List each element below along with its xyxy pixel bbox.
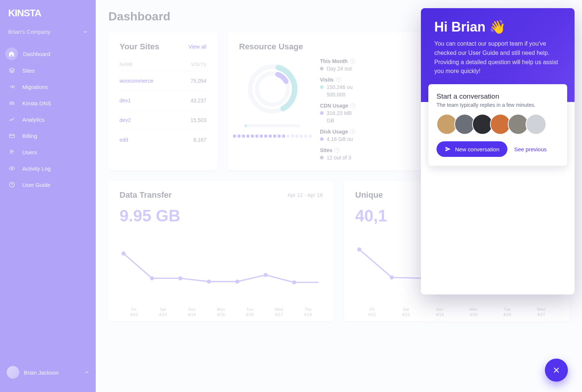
eye-icon — [8, 165, 16, 172]
table-row[interactable]: edd8,167 — [120, 130, 206, 149]
svg-point-10 — [179, 276, 183, 280]
new-conversation-button[interactable]: New conversation — [436, 141, 507, 157]
svg-point-16 — [390, 276, 394, 280]
site-visits: 75,054 — [190, 78, 206, 84]
svg-point-11 — [207, 280, 211, 284]
home-icon — [8, 50, 15, 57]
migration-icon — [8, 83, 16, 90]
analytics-icon — [8, 116, 16, 123]
support-chat-panel: Hi Brian 👋 You can contact our support t… — [421, 8, 575, 294]
axis-label: Sat4/13 — [402, 307, 410, 317]
axis-label: Mon4/15 — [217, 307, 225, 317]
nav-item-sites[interactable]: Sites — [0, 62, 96, 79]
date-range: Apr 12 - Apr 18 — [288, 192, 323, 198]
sites-card: Your Sites View all NAME VISITS woocomme… — [108, 32, 218, 170]
data-transfer-value: 9.95 GB — [120, 207, 323, 225]
site-name: dev1 — [120, 98, 131, 103]
resource-bar — [245, 124, 300, 127]
sites-card-title: Your Sites — [120, 42, 159, 52]
axis-label: Tue4/16 — [503, 307, 511, 317]
unique-visits-title: Unique — [355, 190, 383, 200]
axis-label: Wed4/17 — [537, 307, 545, 317]
chat-reply-time: The team typically replies in a few minu… — [436, 102, 559, 108]
nav-label: User Guide — [22, 182, 50, 188]
nav-label: Analytics — [22, 116, 45, 123]
nav-item-user-guide[interactable]: User Guide — [0, 177, 96, 193]
axis-label: Mon4/15 — [470, 307, 477, 317]
axis-label: Sat4/13 — [159, 307, 167, 317]
chat-close-button[interactable] — [545, 359, 568, 382]
site-visits: 8,167 — [193, 137, 206, 143]
nav: DashboardSitesMigrationsKinsta DNSAnalyt… — [0, 42, 96, 360]
axis-label: Sun4/14 — [188, 307, 196, 317]
col-visits: VISITS — [191, 62, 206, 67]
send-icon — [445, 146, 451, 152]
nav-item-migrations[interactable]: Migrations — [0, 79, 96, 95]
resource-donut-chart — [245, 61, 300, 117]
view-all-link[interactable]: View all — [189, 44, 206, 50]
nav-item-billing[interactable]: Billing — [0, 128, 96, 144]
new-conversation-label: New conversation — [455, 146, 499, 152]
nav-label: Migrations — [22, 84, 48, 90]
site-visits: 43,237 — [190, 98, 206, 103]
nav-label: Billing — [22, 133, 37, 139]
axis-label: Wed4/17 — [275, 307, 283, 317]
support-avatar — [526, 114, 546, 135]
help-tooltip-icon[interactable]: ? — [350, 103, 356, 108]
sidebar-user[interactable]: Brian Jackson — [0, 360, 96, 385]
close-icon — [552, 366, 560, 374]
svg-point-2 — [11, 168, 13, 169]
nav-item-users[interactable]: Users — [0, 144, 96, 160]
axis-label: Thu4/18 — [304, 307, 312, 317]
site-visits: 15,503 — [190, 117, 206, 123]
nav-label: Sites — [22, 67, 35, 74]
axis-label: Tue4/16 — [246, 307, 254, 317]
data-transfer-title: Data Transfer — [120, 190, 172, 200]
chevron-up-icon — [85, 370, 89, 375]
help-tooltip-icon[interactable]: ? — [334, 148, 340, 153]
axis-label: Sun4/14 — [436, 307, 444, 317]
nav-label: Kinsta DNS — [22, 100, 51, 106]
billing-icon — [8, 132, 16, 139]
col-name: NAME — [120, 62, 133, 67]
chat-start-card: Start a conversation The team typically … — [428, 84, 567, 166]
svg-point-13 — [264, 273, 268, 277]
layers-icon — [8, 67, 16, 74]
support-avatars — [436, 114, 559, 135]
chat-greeting: Hi Brian 👋 — [434, 19, 561, 35]
nav-item-analytics[interactable]: Analytics — [0, 111, 96, 128]
table-row[interactable]: woocommerce75,054 — [120, 71, 206, 91]
svg-point-1 — [10, 150, 12, 152]
help-tooltip-icon[interactable]: ? — [350, 59, 355, 64]
svg-point-9 — [150, 276, 154, 280]
axis-label: Fri4/12 — [130, 307, 138, 317]
svg-point-15 — [357, 247, 361, 251]
nav-label: Activity Log — [22, 165, 51, 172]
table-row[interactable]: dev215,503 — [120, 111, 206, 130]
resource-card-title: Resource Usage — [239, 42, 303, 52]
nav-item-activity-log[interactable]: Activity Log — [0, 160, 96, 177]
users-icon — [8, 148, 16, 156]
svg-point-14 — [292, 280, 296, 284]
svg-point-5 — [245, 62, 300, 116]
svg-point-12 — [235, 280, 239, 284]
site-name: dev2 — [120, 117, 131, 123]
nav-item-dashboard[interactable]: Dashboard — [0, 45, 96, 62]
resource-dots — [233, 135, 312, 138]
table-row[interactable]: dev143,237 — [120, 91, 206, 111]
nav-item-kinsta-dns[interactable]: Kinsta DNS — [0, 95, 96, 111]
company-selector[interactable]: Brian's Company — [0, 24, 96, 42]
dns-icon — [8, 99, 16, 107]
svg-point-8 — [121, 251, 125, 256]
help-tooltip-icon[interactable]: ? — [350, 129, 355, 134]
axis-label: Fri4/12 — [368, 307, 376, 317]
help-icon — [8, 181, 16, 188]
nav-label: Users — [22, 149, 37, 155]
see-previous-link[interactable]: See previous — [514, 146, 547, 152]
help-tooltip-icon[interactable]: ? — [336, 77, 341, 82]
svg-rect-0 — [9, 134, 14, 138]
user-name: Brian Jackson — [24, 369, 59, 376]
chat-description: You can contact our support team if you'… — [434, 39, 561, 76]
site-name: woocommerce — [120, 78, 153, 84]
data-transfer-card: Data Transfer Apr 12 - Apr 18 9.95 GB Fr… — [108, 181, 334, 321]
